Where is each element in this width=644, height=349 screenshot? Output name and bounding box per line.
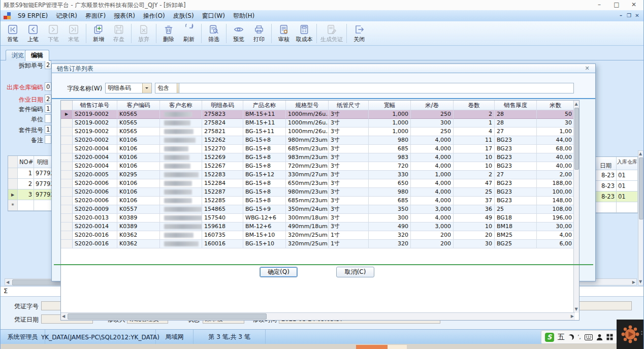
cell: 159618: [202, 223, 243, 231]
bg-right-row[interactable]: 8-2301: [595, 181, 638, 192]
form-field-1[interactable]: 0: [45, 82, 51, 91]
column-header-7[interactable]: 宽幅: [369, 101, 411, 110]
menu-item-1[interactable]: 记录(R): [52, 10, 81, 21]
column-header-2[interactable]: 客户名称: [160, 101, 202, 110]
toolbar-separator: [226, 24, 227, 43]
column-header-8[interactable]: 米/卷: [411, 101, 454, 110]
table-row[interactable]: S2019-0002K0565275821BG-15+111000mm/26u.…: [61, 128, 575, 136]
cell: 350mm/24um...: [286, 205, 329, 214]
menu-item-3[interactable]: 报表(R): [110, 10, 139, 21]
window-minimize-button[interactable]: –: [591, 0, 608, 10]
toolbar-button-add[interactable]: 新增: [88, 22, 109, 45]
toolbar-button-print[interactable]: 打印: [249, 22, 269, 45]
filter-query-input[interactable]: [179, 83, 574, 93]
table-row[interactable]: S2020-0004K0106152267BG-15+8720mm/23um..…: [61, 162, 575, 171]
cell-detail: 97792: [34, 179, 52, 189]
toolbar-button-delete[interactable]: 删除: [158, 22, 179, 45]
toolbar-button-cost[interactable]: 取成本: [294, 22, 314, 45]
dialog-close-icon[interactable]: ✕: [583, 65, 591, 72]
menu-item-2[interactable]: 界面(F): [81, 10, 110, 21]
toolbar-button-audit[interactable]: 审核: [274, 22, 294, 45]
table-row[interactable]: S2020-0013K0389157540WBG-12+6300mm/18um.…: [61, 214, 575, 223]
bg-right-row[interactable]: 8-2301: [595, 170, 638, 181]
form-field-3[interactable]: 1: [45, 104, 51, 113]
cell-no: [18, 200, 34, 211]
table-row[interactable]: S2020-0006K0106152285BG-15+8685mm/23um..…: [61, 197, 575, 205]
column-header-4[interactable]: 产品名称: [243, 101, 286, 110]
corner-app-window[interactable]: ••: [617, 320, 644, 349]
window-maximize-button[interactable]: □: [608, 0, 625, 10]
table-row[interactable]: S2020-0014K0389159618BM-12+6490mm/18um..…: [61, 223, 575, 231]
chevron-down-icon[interactable]: [142, 83, 151, 93]
column-header-3[interactable]: 明细条码: [202, 101, 243, 110]
table-row[interactable]: S2020-0016K0362160016BG-15+10320mm/25um.…: [61, 240, 575, 248]
dialog-title-bar[interactable]: 销售订单列表 ✕: [52, 64, 595, 73]
bg-left-row[interactable]: ▶397792: [8, 189, 52, 200]
column-header-11[interactable]: 米数: [537, 101, 574, 110]
column-header-10[interactable]: 销售厚度: [495, 101, 537, 110]
bg-left-row[interactable]: 297792: [8, 179, 52, 189]
bg-right-row[interactable]: 8-2301: [595, 192, 638, 202]
grid-icon[interactable]: [606, 334, 613, 340]
menu-item-7[interactable]: 帮助(H): [229, 10, 259, 21]
toolbar-button-exit[interactable]: 关闭: [349, 22, 369, 45]
form-field-0[interactable]: 2: [45, 60, 51, 69]
menu-item-6[interactable]: 窗口(W): [198, 10, 229, 21]
person-icon[interactable]: [596, 334, 603, 341]
column-header-5[interactable]: 规格型号: [286, 101, 329, 110]
child-minimize-button[interactable]: –: [617, 12, 625, 19]
col-warehouse-header[interactable]: 入库仓库: [617, 157, 638, 170]
table-row[interactable]: ▶S2019-0002K0565275823BM-15+111000mm/26u…: [61, 110, 575, 119]
wubi-mode-icon[interactable]: 五: [558, 333, 565, 342]
child-close-button[interactable]: ✕: [633, 12, 641, 19]
col-detail-header[interactable]: 明细: [34, 156, 52, 168]
taskbar-item-cream[interactable]: [388, 345, 407, 349]
column-header-6[interactable]: 纸管尺寸: [329, 101, 369, 110]
table-row[interactable]: S2020-0016K0362160735BM-15+10320mm/25um.…: [61, 231, 575, 240]
sogou-input-icon[interactable]: S: [545, 333, 554, 342]
table-row[interactable]: S2020-0009K0557154865BG-15+9350mm/24um..…: [61, 205, 575, 214]
table-row[interactable]: S2020-0004K0106152270BG-15+8685mm/23um..…: [61, 145, 575, 153]
form-field-2[interactable]: 2: [45, 94, 51, 103]
column-header-0[interactable]: 销售订单号: [73, 101, 117, 110]
moon-icon[interactable]: [568, 334, 574, 340]
punctuation-icon[interactable]: ’,: [577, 334, 581, 340]
child-restore-button[interactable]: ❐: [625, 12, 633, 19]
tab-edit[interactable]: 编辑: [25, 50, 49, 61]
col-date-header[interactable]: 日期: [595, 157, 617, 170]
toolbar-button-refresh[interactable]: 刷新: [179, 22, 199, 45]
menu-item-0[interactable]: S9 ERP(E): [14, 10, 52, 21]
grid-horizontal-scrollbar[interactable]: ◀ ▶: [61, 312, 575, 320]
table-row[interactable]: S2020-0006K0106152284BG-15+8650mm/23um..…: [61, 179, 575, 188]
toolbar-button-prev-record[interactable]: 上笔: [23, 22, 43, 45]
keyboard-icon[interactable]: [585, 334, 593, 340]
toolbar-button-filter[interactable]: 筛选: [204, 22, 224, 45]
col-no-header[interactable]: NO#: [18, 156, 34, 168]
toolbar-button-preview[interactable]: 预览: [229, 22, 249, 45]
field-name-select[interactable]: 明细条码: [105, 83, 152, 93]
ok-button[interactable]: 确定(Q): [260, 267, 298, 277]
cell: 3寸: [329, 153, 369, 162]
table-row[interactable]: S2020-0005K0295152283BG-15+12330mm/27um.…: [61, 171, 575, 179]
grid-vertical-scrollbar[interactable]: ▲ ▼: [573, 101, 579, 313]
taskbar-item-orange[interactable]: [356, 345, 388, 349]
table-row[interactable]: S2020-0006K0106152287BG-15+8980mm/23um..…: [61, 188, 575, 197]
menu-item-4[interactable]: 操作(O): [139, 10, 169, 21]
toolbar-button-first-record[interactable]: 首笔: [3, 22, 23, 45]
column-header-1[interactable]: 客户编码: [117, 101, 160, 110]
column-header-9[interactable]: 卷数: [454, 101, 495, 110]
table-row[interactable]: S2019-0002K0565275824BM-15+111000mm/26u.…: [61, 119, 575, 128]
table-row[interactable]: S2020-0002K0106152262BG-15+8980mm/23um..…: [61, 136, 575, 145]
form-field-4[interactable]: [45, 114, 51, 123]
bg-left-row[interactable]: *: [8, 200, 52, 211]
bg-left-row[interactable]: 197792: [8, 168, 52, 179]
menu-item-5[interactable]: 皮肤(S): [169, 10, 198, 21]
table-row[interactable]: S2020-0004K0106152269BG-15+8983mm/23um..…: [61, 153, 575, 162]
sun-player-logo-icon[interactable]: [620, 324, 640, 344]
bg-right-row[interactable]: [595, 202, 638, 213]
window-close-button[interactable]: ✕: [625, 0, 642, 10]
form-field-6[interactable]: [45, 135, 51, 144]
cancel-button[interactable]: 取消(C): [336, 267, 374, 277]
bg-vertical-scrollbar[interactable]: ▲ ▼: [638, 150, 643, 285]
form-field-5[interactable]: 1: [45, 125, 51, 134]
